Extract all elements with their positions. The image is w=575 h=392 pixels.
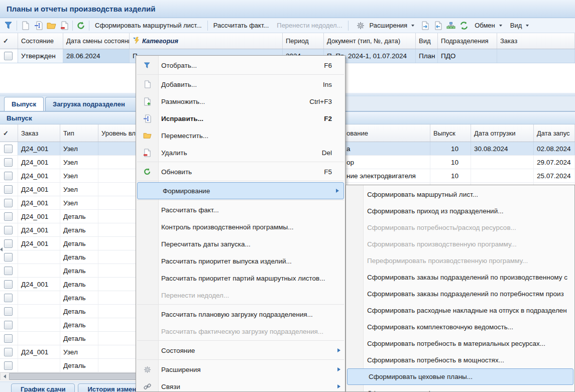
delete-document-icon[interactable]	[58, 20, 71, 32]
cell-value: Утвержден	[21, 52, 56, 60]
cell-type: Деталь	[60, 318, 98, 331]
submenu-item[interactable]: Сформировать заказы подразделений по пот…	[346, 286, 574, 302]
tab-vypusk[interactable]: Выпуск	[4, 97, 44, 111]
submenu-item[interactable]: Сформировать потребность в материальных …	[346, 335, 574, 352]
scroll-left-button[interactable]	[1, 373, 9, 380]
row-checkbox[interactable]	[4, 267, 13, 275]
move-folder-icon[interactable]	[45, 20, 58, 32]
refresh-icon	[136, 168, 158, 176]
column-label: ование	[347, 129, 368, 137]
column-kind[interactable]: Вид	[416, 33, 438, 49]
exchange-menu-button[interactable]: Обмен	[471, 20, 506, 32]
context-menu-item[interactable]: Рассчитать плановую загрузку подразделен…	[136, 306, 345, 323]
column-launch-date[interactable]: Дата запус	[534, 124, 575, 142]
column-type[interactable]: Тип	[60, 124, 98, 142]
context-menu-item[interactable]: Переместить...	[136, 127, 345, 144]
cell-output: 10	[430, 142, 471, 155]
context-menu-item[interactable]: Пересчитать даты запуска...	[136, 235, 345, 252]
formirovanie-submenu: Сформировать маршрутный лист...Сформиров…	[346, 185, 575, 392]
column-category[interactable]: Категория	[130, 33, 283, 49]
context-menu-item[interactable]: Состояние	[136, 342, 345, 359]
row-checkbox[interactable]	[4, 52, 13, 60]
column-label: Дата отгрузки	[474, 129, 516, 137]
context-menu-item[interactable]: УдалитьDel	[136, 144, 345, 161]
menu-item-label: Переформировать производственную програм…	[367, 257, 528, 265]
lightning-icon	[133, 37, 140, 46]
column-state[interactable]: Состояние	[18, 33, 63, 49]
context-menu-item[interactable]: Добавить...Ins	[136, 76, 345, 93]
menu-item-label: Сформировать приход из подразделений...	[367, 207, 503, 215]
context-menu-item[interactable]: Связи	[136, 378, 345, 392]
row-checkbox[interactable]	[4, 172, 13, 180]
context-menu-item[interactable]: Рассчитать приоритет выпуска изделий...	[136, 252, 345, 270]
context-menu-item[interactable]: Рассчитать приоритет партий маршрутных л…	[136, 270, 345, 287]
context-menu-item[interactable]: Исправить...F2	[136, 110, 345, 127]
view-menu-button[interactable]: Вид	[506, 20, 533, 32]
cell-value: Деталь	[63, 253, 86, 261]
add-document-icon[interactable]	[19, 20, 32, 32]
column-order[interactable]: Заказ	[18, 124, 60, 142]
filter-icon[interactable]	[2, 20, 15, 32]
submenu-item[interactable]: Сформировать цеховые планы...	[347, 368, 573, 385]
column-state-date[interactable]: Дата смены состояния	[63, 33, 130, 49]
menu-item-label: Контроль производственной программы...	[161, 223, 294, 231]
tab-grafik-sdachi[interactable]: График сдачи	[11, 383, 75, 392]
row-checkbox[interactable]	[4, 361, 13, 370]
row-checkbox[interactable]	[4, 199, 13, 207]
submenu-item[interactable]: Сформировать заказы подразделений по про…	[346, 269, 574, 286]
column-ship-date[interactable]: Дата отгрузки	[471, 124, 534, 142]
submenu-item[interactable]: Сформировать комплектовочную ведомость..…	[346, 319, 574, 335]
row-checkbox[interactable]	[4, 145, 13, 153]
row-checkbox[interactable]	[4, 280, 13, 289]
column-divisions[interactable]: Подразделения	[438, 33, 497, 49]
context-menu-item[interactable]: Контроль производственной программы...	[136, 218, 345, 235]
context-menu-item[interactable]: Формирование	[137, 182, 344, 199]
context-menu-item[interactable]: Расширения	[136, 361, 345, 378]
column-label: Заказ	[21, 129, 38, 137]
submenu-item[interactable]: Сформировать график сдачи...	[346, 385, 574, 392]
row-checkbox[interactable]	[4, 158, 13, 167]
row-checkbox[interactable]	[4, 226, 13, 234]
row-checkbox[interactable]	[4, 239, 13, 248]
context-menu-item[interactable]: Отобрать...F6	[136, 57, 345, 74]
column-period[interactable]: Период	[283, 33, 324, 49]
cell-value: Узел	[63, 159, 78, 166]
make-route-sheet-button[interactable]: Сформировать маршрутный лист...	[91, 20, 206, 32]
row-checkbox[interactable]	[4, 253, 13, 262]
menu-item-label: Сформировать цеховые планы...	[369, 373, 473, 380]
submenu-item[interactable]: Сформировать потребность в мощностях...	[346, 352, 574, 368]
row-checkbox[interactable]	[4, 185, 13, 194]
column-check[interactable]: ✓	[0, 124, 18, 142]
context-menu-item[interactable]: Рассчитать факт...	[136, 201, 345, 218]
splitter-collapse-arrow[interactable]	[0, 245, 5, 253]
submenu-item[interactable]: Сформировать расходные накладные на отпу…	[346, 302, 574, 319]
cell-checkbox	[0, 210, 18, 223]
context-menu-item[interactable]: ОбновитьF5	[136, 163, 345, 180]
context-menu-item[interactable]: Размножить...Ctrl+F3	[136, 93, 345, 110]
export-document-icon[interactable]	[418, 20, 431, 32]
org-chart-icon[interactable]	[444, 20, 457, 32]
row-checkbox[interactable]	[4, 348, 13, 356]
cell-type: Деталь	[60, 278, 98, 291]
toolbar-separator	[207, 21, 208, 31]
row-checkbox[interactable]	[4, 307, 13, 316]
menu-separator	[137, 181, 344, 181]
exchange-icon[interactable]	[457, 20, 471, 32]
row-checkbox[interactable]	[4, 212, 13, 221]
submenu-item[interactable]: Сформировать маршрутный лист...	[346, 186, 574, 203]
menu-item-label: Сформировать график сдачи...	[367, 389, 465, 392]
calc-fact-button[interactable]: Рассчитать факт...	[209, 20, 273, 32]
submenu-item[interactable]: Сформировать приход из подразделений...	[346, 203, 574, 219]
column-order[interactable]: Заказ	[497, 33, 575, 49]
import-document-icon[interactable]	[431, 20, 444, 32]
column-output[interactable]: Выпуск	[430, 124, 471, 142]
row-checkbox[interactable]	[4, 334, 13, 343]
refresh-icon[interactable]	[74, 20, 87, 32]
row-checkbox[interactable]	[4, 321, 13, 329]
column-document[interactable]: Документ (тип, №, дата)	[324, 33, 416, 49]
edit-document-icon[interactable]	[32, 20, 45, 32]
extensions-button[interactable]: Расширения	[350, 20, 419, 32]
row-checkbox[interactable]	[4, 294, 13, 302]
column-check[interactable]: ✓	[0, 33, 18, 49]
window-titlebar[interactable]: Планы и отчеты производства изделий	[0, 0, 575, 18]
